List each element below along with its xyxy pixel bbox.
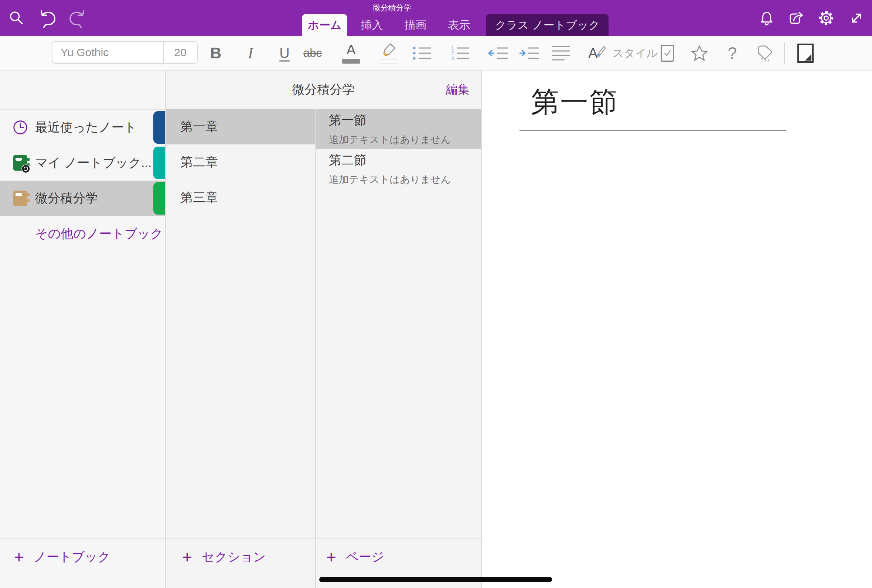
highlighter-button[interactable] xyxy=(381,42,398,64)
tag-icon[interactable] xyxy=(756,44,774,62)
sidebar-item-calculus[interactable]: 微分積分学 xyxy=(0,181,165,216)
page-item-title: 第一節 xyxy=(329,112,481,129)
note-page-title[interactable]: 第一節 xyxy=(531,84,618,122)
add-section-button[interactable]: + セクション xyxy=(182,538,266,576)
sections-footer: + セクション xyxy=(166,538,315,588)
sidebar-item-my-notebook[interactable]: マイ ノートブック... xyxy=(0,145,165,181)
font-picker[interactable]: Yu Gothic 20 xyxy=(52,41,198,64)
formatting-toolbar: Yu Gothic 20 B I U abc A 1 2 3 xyxy=(0,36,872,70)
share-icon[interactable] xyxy=(783,0,809,36)
tab-home[interactable]: ホーム xyxy=(302,14,347,36)
window-title: 微分積分学 xyxy=(355,3,429,13)
sections-panel: 第一章 第二章 第三章 + セクション xyxy=(166,109,316,588)
title-underline xyxy=(519,130,786,131)
svg-text:3: 3 xyxy=(451,56,454,61)
page-item-title: 第二節 xyxy=(329,152,481,169)
checkbox-icon[interactable] xyxy=(660,45,674,62)
sidebar-item-label: 微分積分学 xyxy=(35,190,98,207)
edit-button[interactable]: 編集 xyxy=(446,70,470,109)
notebook-icon xyxy=(11,190,30,206)
add-notebook-button[interactable]: + ノートブック xyxy=(14,538,111,576)
tab-draw[interactable]: 描画 xyxy=(404,14,426,36)
settings-icon[interactable] xyxy=(813,0,839,36)
pages-panel: 第一節 追加テキストはありません 第二節 追加テキストはありません + ページ xyxy=(316,109,482,588)
top-app-bar: 微分積分学 ホーム 挿入 描画 表示 クラス ノートブック xyxy=(0,0,872,36)
bold-button[interactable]: B xyxy=(210,44,221,62)
page-item[interactable]: 第一節 追加テキストはありません xyxy=(316,109,481,149)
sidebar-item-label: マイ ノートブック... xyxy=(35,154,152,171)
notebook-color-tab xyxy=(153,147,165,179)
clock-icon xyxy=(11,119,30,136)
notebook-color-tab xyxy=(153,182,165,214)
bullet-list-icon[interactable] xyxy=(412,45,432,61)
tab-class-notebook[interactable]: クラス ノートブック xyxy=(486,14,609,36)
font-name-field[interactable]: Yu Gothic xyxy=(53,46,163,59)
redo-icon[interactable] xyxy=(65,0,91,36)
strikethrough-button[interactable]: abc xyxy=(303,46,322,60)
font-color-button[interactable]: A xyxy=(342,43,360,64)
more-notebooks-link[interactable]: その他のノートブック xyxy=(0,216,165,252)
star-icon[interactable] xyxy=(690,44,709,63)
home-indicator[interactable] xyxy=(319,577,552,582)
notebook-icon xyxy=(11,155,30,171)
italic-button[interactable]: I xyxy=(248,44,253,62)
main-layout: 最近使ったノート マイ ノートブック... xyxy=(0,70,872,588)
notebooks-sidebar: 最近使ったノート マイ ノートブック... xyxy=(0,70,166,588)
highlighter-icon xyxy=(381,42,398,57)
notifications-icon[interactable] xyxy=(754,0,780,36)
notebook-color-tab xyxy=(153,111,165,144)
notebook-list: 最近使ったノート マイ ノートブック... xyxy=(0,110,165,252)
section-item[interactable]: 第三章 xyxy=(166,180,315,215)
tab-insert[interactable]: 挿入 xyxy=(361,14,383,36)
section-item[interactable]: 第二章 xyxy=(166,144,315,180)
search-icon[interactable] xyxy=(4,0,30,36)
undo-icon[interactable] xyxy=(34,0,60,36)
plus-icon: + xyxy=(182,549,192,566)
highlight-color-swatch xyxy=(381,59,398,64)
sidebar-item-label: 最近使ったノート xyxy=(35,119,137,136)
section-item[interactable]: 第一章 xyxy=(166,109,315,144)
underline-button[interactable]: U xyxy=(279,45,289,61)
sidebar-footer: + ノートブック xyxy=(0,538,165,588)
outdent-icon[interactable] xyxy=(487,45,509,61)
plus-icon: + xyxy=(14,549,24,566)
plus-icon: + xyxy=(326,549,336,566)
notebook-header: 微分積分学 編集 xyxy=(166,70,482,109)
page-icon[interactable] xyxy=(797,44,813,63)
note-canvas[interactable]: 第一節 xyxy=(482,70,872,588)
sync-icon xyxy=(21,164,30,173)
sidebar-item-recent-notes[interactable]: 最近使ったノート xyxy=(0,110,165,145)
numbered-list-icon[interactable]: 1 2 3 xyxy=(451,45,470,61)
ribbon-tabs: ホーム 挿入 描画 表示 クラス ノートブック xyxy=(302,14,609,36)
page-item-subtitle: 追加テキストはありません xyxy=(329,133,481,146)
indent-icon[interactable] xyxy=(518,45,540,61)
page-item-subtitle: 追加テキストはありません xyxy=(329,173,481,186)
font-size-field[interactable]: 20 xyxy=(163,42,197,63)
help-button[interactable]: ? xyxy=(728,44,737,62)
styles-button[interactable]: A スタイル xyxy=(588,45,658,61)
add-page-button[interactable]: + ページ xyxy=(326,538,384,576)
tab-view[interactable]: 表示 xyxy=(448,14,470,36)
font-color-swatch xyxy=(342,59,360,64)
align-icon[interactable] xyxy=(551,44,570,62)
expand-icon[interactable] xyxy=(843,0,869,36)
notebook-title: 微分積分学 xyxy=(166,70,481,109)
page-item[interactable]: 第二節 追加テキストはありません xyxy=(316,149,481,189)
toolbar-divider xyxy=(785,42,785,64)
